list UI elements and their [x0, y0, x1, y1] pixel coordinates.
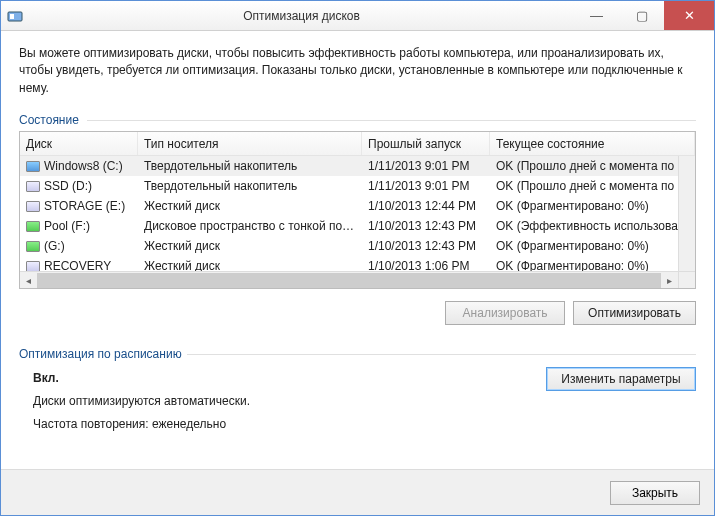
optimize-button[interactable]: Оптимизировать — [573, 301, 696, 325]
analyze-button[interactable]: Анализировать — [445, 301, 565, 325]
drive-last-run: 1/11/2013 9:01 PM — [362, 159, 490, 173]
drive-last-run: 1/10/2013 12:43 PM — [362, 239, 490, 253]
description-text: Вы можете оптимизировать диски, чтобы по… — [19, 45, 696, 97]
schedule-on-label: Вкл. — [33, 367, 250, 390]
vertical-scrollbar[interactable] — [678, 156, 695, 271]
drive-last-run: 1/10/2013 12:43 PM — [362, 219, 490, 233]
titlebar: Оптимизация дисков — ▢ ✕ — [1, 1, 714, 31]
change-settings-button[interactable]: Изменить параметры — [546, 367, 696, 391]
table-row[interactable]: STORAGE (E:)Жесткий диск1/10/2013 12:44 … — [20, 196, 695, 216]
drive-status: OK (Прошло дней с момента по — [490, 179, 695, 193]
col-status-header[interactable]: Текущее состояние — [490, 132, 695, 155]
scroll-left-icon[interactable]: ◂ — [20, 272, 37, 289]
table-row[interactable]: Pool (F:)Дисковое пространство с тонкой … — [20, 216, 695, 236]
app-icon — [7, 8, 23, 24]
close-button[interactable]: ✕ — [664, 1, 714, 30]
drive-icon — [26, 241, 40, 252]
drive-name: STORAGE (E:) — [44, 199, 125, 213]
drive-media: Жесткий диск — [138, 199, 362, 213]
drive-icon — [26, 201, 40, 212]
drive-icon — [26, 161, 40, 172]
col-disk-header[interactable]: Диск — [20, 132, 138, 155]
drive-icon — [26, 221, 40, 232]
drive-media: Твердотельный накопитель — [138, 179, 362, 193]
col-last-header[interactable]: Прошлый запуск — [362, 132, 490, 155]
drive-status: OK (Фрагментировано: 0%) — [490, 239, 695, 253]
divider — [87, 120, 696, 121]
list-header: Диск Тип носителя Прошлый запуск Текущее… — [20, 132, 695, 156]
drive-media: Жесткий диск — [138, 239, 362, 253]
drive-last-run: 1/11/2013 9:01 PM — [362, 179, 490, 193]
table-row[interactable]: Windows8 (C:)Твердотельный накопитель1/1… — [20, 156, 695, 176]
scroll-thumb[interactable] — [37, 273, 661, 288]
drive-status: OK (Фрагментировано: 0%) — [490, 199, 695, 213]
schedule-freq-text: Частота повторения: еженедельно — [33, 413, 250, 436]
drive-status: OK (Прошло дней с момента по — [490, 159, 695, 173]
drive-media: Дисковое пространство с тонкой подг... — [138, 219, 362, 233]
drive-name: Pool (F:) — [44, 219, 90, 233]
horizontal-scrollbar[interactable]: ◂ ▸ — [20, 271, 678, 288]
drive-media: Твердотельный накопитель — [138, 159, 362, 173]
scroll-right-icon[interactable]: ▸ — [661, 272, 678, 289]
window-controls: — ▢ ✕ — [574, 1, 714, 30]
table-row[interactable]: (G:)Жесткий диск1/10/2013 12:43 PMOK (Фр… — [20, 236, 695, 256]
drive-last-run: 1/10/2013 12:44 PM — [362, 199, 490, 213]
drive-name: SSD (D:) — [44, 179, 92, 193]
divider — [187, 354, 696, 355]
close-dialog-button[interactable]: Закрыть — [610, 481, 700, 505]
svg-rect-1 — [10, 14, 14, 19]
drive-name: Windows8 (C:) — [44, 159, 123, 173]
scroll-corner — [678, 271, 695, 288]
minimize-button[interactable]: — — [574, 1, 619, 30]
drive-list[interactable]: Диск Тип носителя Прошлый запуск Текущее… — [19, 131, 696, 289]
drive-icon — [26, 261, 40, 272]
bottom-bar: Закрыть — [1, 469, 714, 515]
maximize-button[interactable]: ▢ — [619, 1, 664, 30]
drive-icon — [26, 181, 40, 192]
schedule-auto-text: Диски оптимизируются автоматически. — [33, 390, 250, 413]
table-row[interactable]: SSD (D:)Твердотельный накопитель1/11/201… — [20, 176, 695, 196]
drive-name: (G:) — [44, 239, 65, 253]
col-media-header[interactable]: Тип носителя — [138, 132, 362, 155]
drive-status: OK (Эффективность использова — [490, 219, 695, 233]
window-title: Оптимизация дисков — [29, 9, 574, 23]
schedule-info: Вкл. Диски оптимизируются автоматически.… — [33, 367, 250, 435]
